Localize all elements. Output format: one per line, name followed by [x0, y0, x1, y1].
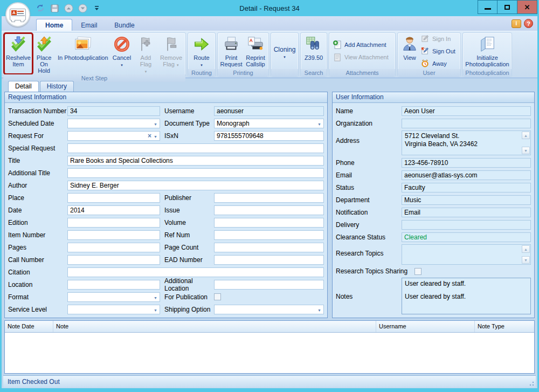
- initialize-photoduplication-icon: [478, 35, 496, 53]
- additional-location-field[interactable]: [214, 280, 324, 290]
- scroll-up-icon: ▲: [522, 132, 530, 139]
- page-count-field[interactable]: [214, 243, 324, 252]
- close-button[interactable]: ✕: [517, 0, 537, 14]
- additional-title-field[interactable]: [67, 168, 324, 178]
- special-request-field[interactable]: [67, 143, 324, 153]
- remove-flag-label: Remove Flag: [160, 54, 183, 68]
- minimize-button[interactable]: [478, 0, 497, 14]
- item-number-field[interactable]: [67, 230, 160, 240]
- column-header-note-type[interactable]: Note Type: [475, 321, 534, 332]
- ead-number-field[interactable]: [214, 255, 324, 265]
- ref-num-label: Ref Num: [160, 231, 214, 239]
- ribbon-group-next-step: Reshelve Item Place On Hold: [3, 32, 186, 77]
- issue-field[interactable]: [214, 205, 324, 215]
- away-button[interactable]: Away: [420, 59, 455, 68]
- scheduled-date-field[interactable]: [67, 119, 160, 128]
- place-field[interactable]: [67, 193, 160, 203]
- print-request-icon: [222, 35, 240, 53]
- initialize-photoduplication-button[interactable]: Initialize Photoduplication: [464, 33, 510, 68]
- title-field[interactable]: Rare Books and Special Collections: [67, 156, 324, 166]
- in-photoduplication-button[interactable]: In Photoduplication: [56, 33, 110, 74]
- service-level-field[interactable]: [67, 305, 160, 314]
- call-number-field[interactable]: [67, 255, 160, 265]
- print-request-button[interactable]: Print Request: [219, 33, 244, 68]
- z3950-search-icon: [305, 35, 323, 53]
- research-topics-sharing-label: Research Topics Sharing: [336, 267, 414, 275]
- cloning-button[interactable]: Cloning: [272, 45, 298, 57]
- address-scrollbar[interactable]: ▲ ▼: [522, 132, 530, 154]
- z3950-button[interactable]: Z39.50: [302, 33, 326, 68]
- publisher-field[interactable]: [214, 193, 324, 203]
- research-topics-scrollbar[interactable]: ▲ ▼: [522, 245, 530, 264]
- isxn-field[interactable]: 9781555709648: [214, 131, 324, 141]
- issue-label: Issue: [160, 207, 214, 214]
- view-attachment-label: View Attachment: [344, 54, 389, 60]
- scroll-down-icon: ▼: [522, 256, 530, 264]
- request-for-field[interactable]: ×: [67, 131, 160, 141]
- route-dropdown-icon[interactable]: [200, 61, 203, 65]
- ref-num-field[interactable]: [214, 230, 324, 240]
- notification-field: Email: [402, 208, 531, 217]
- dropdown-arrow-icon: [154, 120, 157, 127]
- department-label: Department: [336, 196, 402, 204]
- feedback-icon[interactable]: i: [512, 19, 521, 28]
- title-bar[interactable]: A: [0, 0, 539, 16]
- view-user-button[interactable]: View: [399, 33, 420, 68]
- reprint-callslip-button[interactable]: A Reprint Callslip: [244, 33, 267, 68]
- volume-field[interactable]: [214, 218, 324, 228]
- status-bar: Item Checked Out: [3, 375, 536, 388]
- column-header-username[interactable]: Username: [376, 321, 475, 332]
- cancel-icon: [113, 35, 131, 53]
- column-header-note[interactable]: Note: [53, 321, 376, 332]
- close-icon: ✕: [524, 3, 530, 11]
- tab-email[interactable]: Email: [72, 19, 106, 31]
- service-level-label: Service Level: [8, 306, 67, 313]
- reshelve-item-button[interactable]: Reshelve Item: [4, 33, 32, 74]
- place-on-hold-button[interactable]: Place On Hold: [32, 33, 56, 74]
- maximize-button[interactable]: [497, 0, 517, 14]
- research-topics-field: ▲ ▼: [402, 244, 531, 265]
- shipping-option-field[interactable]: [214, 305, 324, 314]
- address-field: 5712 Cleveland St. Virginia Beach, VA 23…: [402, 130, 531, 155]
- notes-table-body[interactable]: [5, 333, 534, 373]
- edition-field[interactable]: [67, 218, 160, 228]
- research-topics-sharing-checkbox[interactable]: [414, 268, 421, 275]
- ribbon-group-photoduplication: Initialize Photoduplication Photoduplica…: [462, 32, 512, 77]
- format-field[interactable]: [67, 292, 160, 302]
- citation-field[interactable]: [67, 267, 324, 277]
- additional-location-label: Additional Location: [160, 277, 214, 292]
- pages-field[interactable]: [67, 243, 160, 252]
- maximize-icon: [505, 5, 510, 10]
- date-field[interactable]: 2014: [67, 205, 160, 215]
- tab-home[interactable]: Home: [36, 19, 72, 31]
- column-header-note-date[interactable]: Note Date: [5, 321, 53, 332]
- tab-detail[interactable]: Detail: [8, 81, 39, 92]
- print-request-label: Print Request: [220, 54, 243, 67]
- cloning-dropdown-icon[interactable]: [283, 53, 286, 57]
- tab-history[interactable]: History: [40, 81, 74, 92]
- author-field[interactable]: Sidney E. Berger: [67, 181, 324, 190]
- resize-grip-icon[interactable]: [528, 380, 534, 386]
- sign-in-button: Sign In: [420, 35, 455, 43]
- for-publication-checkbox[interactable]: [214, 293, 221, 300]
- cancel-label: Cancel: [113, 54, 131, 61]
- email-field: aeonuser@atlas-sys.com: [402, 170, 531, 180]
- remove-flag-icon: [162, 35, 181, 53]
- item-number-label: Item Number: [8, 231, 67, 239]
- cancel-dropdown-icon[interactable]: [120, 61, 123, 65]
- transaction-number-field: 34: [67, 106, 160, 116]
- help-icon[interactable]: ?: [524, 19, 533, 28]
- group-caption-routing: Routing: [188, 69, 215, 77]
- cancel-button[interactable]: Cancel: [110, 33, 134, 74]
- user-information-panel: User Information Name Aeon User Organiza…: [332, 92, 535, 318]
- special-request-label: Special Request: [8, 145, 67, 152]
- clear-icon[interactable]: ×: [148, 132, 151, 140]
- document-type-field[interactable]: Monograph: [214, 119, 324, 128]
- group-caption-attachments: Attachments: [329, 69, 395, 77]
- add-attachment-button[interactable]: Add Attachment: [333, 40, 389, 49]
- sign-out-button[interactable]: Sign Out: [420, 47, 455, 56]
- location-field[interactable]: [67, 280, 160, 290]
- app-menu-button[interactable]: A: [5, 2, 30, 27]
- tab-bundle[interactable]: Bundle: [106, 19, 143, 31]
- route-button[interactable]: Route: [189, 33, 214, 68]
